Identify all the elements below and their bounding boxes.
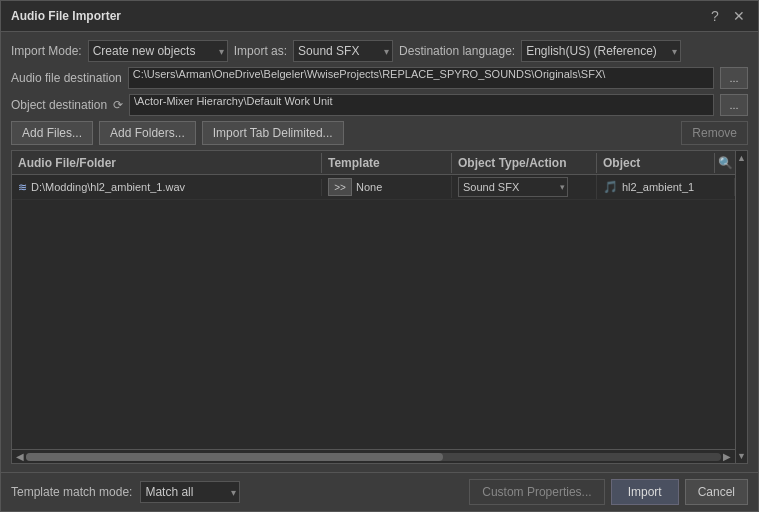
import-mode-label: Import Mode: xyxy=(11,44,82,58)
match-mode-select-wrapper[interactable]: Match all xyxy=(140,481,240,503)
th-audio-file: Audio File/Folder xyxy=(12,153,322,173)
object-name: hl2_ambient_1 xyxy=(622,181,694,193)
table-with-scroll: Audio File/Folder Template Object Type/A… xyxy=(12,151,747,463)
help-button[interactable]: ? xyxy=(706,7,724,25)
audio-dest-label: Audio file destination xyxy=(11,71,122,85)
h-scrollbar-track[interactable] xyxy=(26,453,721,461)
template-arrow-button[interactable]: >> xyxy=(328,178,352,196)
td-audio-file: ≋ D:\Modding\hl2_ambient_1.wav xyxy=(12,179,322,196)
table-header: Audio File/Folder Template Object Type/A… xyxy=(12,151,735,175)
title-bar-right: ? ✕ xyxy=(706,7,748,25)
add-files-button[interactable]: Add Files... xyxy=(11,121,93,145)
audio-file-importer-dialog: Audio File Importer ? ✕ Import Mode: Cre… xyxy=(0,0,759,512)
import-as-select[interactable]: Sound SFX xyxy=(293,40,393,62)
th-object: Object xyxy=(597,153,715,173)
horizontal-scrollbar[interactable]: ◀ ▶ xyxy=(12,449,735,463)
audio-dest-row: Audio file destination C:\Users\Arman\On… xyxy=(11,67,748,89)
remove-button[interactable]: Remove xyxy=(681,121,748,145)
dialog-content: Import Mode: Create new objects Import a… xyxy=(1,32,758,472)
audio-dest-path: C:\Users\Arman\OneDrive\Belgeler\WwisePr… xyxy=(128,67,714,89)
import-as-select-wrapper[interactable]: Sound SFX xyxy=(293,40,393,62)
table-main: Audio File/Folder Template Object Type/A… xyxy=(12,151,735,463)
template-match-label: Template match mode: xyxy=(11,485,132,499)
sound-sfx-icon: 🎵 xyxy=(603,180,618,194)
th-template: Template xyxy=(322,153,452,173)
dest-lang-label: Destination language: xyxy=(399,44,515,58)
object-dest-path: \Actor-Mixer Hierarchy\Default Work Unit xyxy=(129,94,714,116)
object-dest-label: Object destination xyxy=(11,98,107,112)
import-button[interactable]: Import xyxy=(611,479,679,505)
dialog-footer: Template match mode: Match all Custom Pr… xyxy=(1,472,758,511)
table-body: ≋ D:\Modding\hl2_ambient_1.wav >> None xyxy=(12,175,735,449)
import-tab-delimited-button[interactable]: Import Tab Delimited... xyxy=(202,121,344,145)
obj-type-select-wrapper[interactable]: Sound SFX xyxy=(458,177,568,197)
actions-row: Add Files... Add Folders... Import Tab D… xyxy=(11,121,748,145)
audio-waveform-icon: ≋ xyxy=(18,181,27,194)
object-dest-browse-button[interactable]: ... xyxy=(720,94,748,116)
title-bar-left: Audio File Importer xyxy=(11,9,121,23)
scroll-up-icon[interactable]: ▲ xyxy=(737,153,746,163)
search-table-icon[interactable]: 🔍 xyxy=(715,153,735,173)
import-mode-select[interactable]: Create new objects xyxy=(88,40,228,62)
audio-file-path: D:\Modding\hl2_ambient_1.wav xyxy=(31,181,185,193)
import-mode-row: Import Mode: Create new objects Import a… xyxy=(11,40,748,62)
td-obj-type: Sound SFX xyxy=(452,175,597,199)
th-object-type: Object Type/Action xyxy=(452,153,597,173)
audio-dest-browse-button[interactable]: ... xyxy=(720,67,748,89)
table-row[interactable]: ≋ D:\Modding\hl2_ambient_1.wav >> None xyxy=(12,175,735,200)
footer-right: Custom Properties... Import Cancel xyxy=(469,479,748,505)
scroll-right-icon[interactable]: ▶ xyxy=(721,451,733,462)
object-dest-row: Object destination ⟳ \Actor-Mixer Hierar… xyxy=(11,94,748,116)
add-folders-button[interactable]: Add Folders... xyxy=(99,121,196,145)
scroll-left-icon[interactable]: ◀ xyxy=(14,451,26,462)
object-dest-icon: ⟳ xyxy=(113,98,123,112)
title-bar: Audio File Importer ? ✕ xyxy=(1,1,758,32)
obj-type-select[interactable]: Sound SFX xyxy=(458,177,568,197)
file-table: Audio File/Folder Template Object Type/A… xyxy=(11,150,748,464)
vertical-scrollbar[interactable]: ▲ ▼ xyxy=(735,151,747,463)
custom-properties-button[interactable]: Custom Properties... xyxy=(469,479,604,505)
dest-lang-select[interactable]: English(US) (Reference) xyxy=(521,40,681,62)
dest-lang-select-wrapper[interactable]: English(US) (Reference) xyxy=(521,40,681,62)
cancel-button[interactable]: Cancel xyxy=(685,479,748,505)
dialog-title: Audio File Importer xyxy=(11,9,121,23)
template-value: None xyxy=(356,181,382,193)
td-template: >> None xyxy=(322,176,452,198)
import-mode-select-wrapper[interactable]: Create new objects xyxy=(88,40,228,62)
close-button[interactable]: ✕ xyxy=(730,7,748,25)
td-object: 🎵 hl2_ambient_1 xyxy=(597,178,735,196)
import-as-label: Import as: xyxy=(234,44,287,58)
match-mode-select[interactable]: Match all xyxy=(140,481,240,503)
h-scrollbar-thumb[interactable] xyxy=(26,453,443,461)
scroll-down-icon[interactable]: ▼ xyxy=(737,451,746,461)
